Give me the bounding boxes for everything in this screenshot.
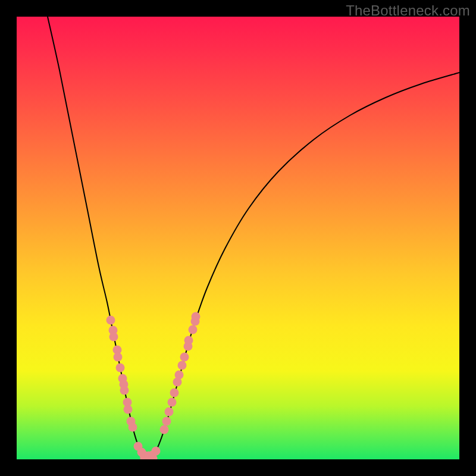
curve-layer (48, 17, 459, 459)
data-point (170, 389, 179, 397)
data-point (124, 405, 133, 414)
data-point (109, 333, 118, 342)
series-left-curve (48, 17, 146, 458)
scatter-layer (107, 312, 201, 460)
series-right-curve (151, 73, 459, 458)
data-point (175, 371, 184, 380)
plot-area (17, 17, 459, 459)
data-point (192, 312, 201, 321)
data-point (129, 423, 137, 432)
data-point (160, 425, 169, 434)
data-point (178, 361, 187, 370)
data-point (152, 447, 161, 456)
data-point (184, 336, 193, 345)
data-point (114, 353, 123, 362)
outer-frame: TheBottleneck.com (0, 0, 476, 476)
data-point (120, 386, 129, 395)
data-point (165, 408, 174, 416)
data-point (180, 353, 189, 362)
data-point (107, 316, 115, 325)
data-point (168, 398, 177, 407)
data-point (162, 417, 171, 426)
data-point (116, 364, 125, 372)
data-point (189, 325, 198, 334)
chart-svg (17, 17, 459, 459)
